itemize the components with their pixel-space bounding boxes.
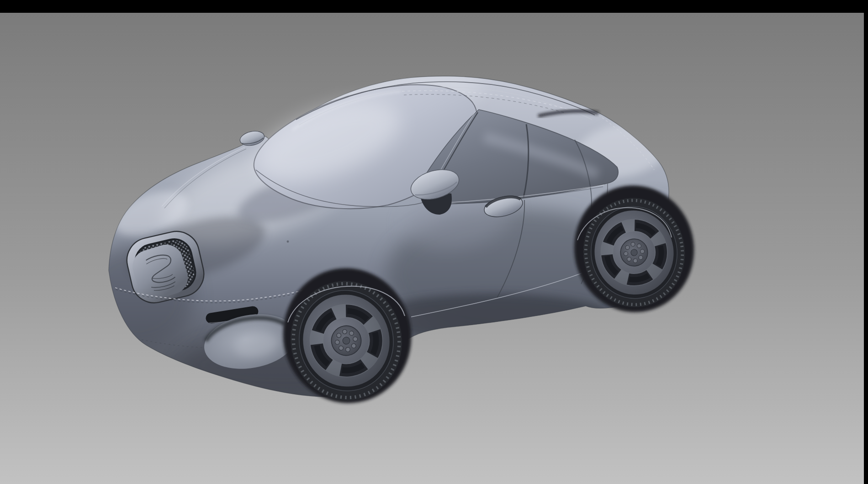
right-black-bar [864, 0, 868, 484]
car-render: Gray SEAT concept hatchback 3D surface m… [0, 0, 868, 484]
car-model [80, 63, 702, 413]
top-black-bar [0, 0, 868, 13]
screenshot-root: Gray SEAT concept hatchback 3D surface m… [0, 0, 868, 484]
